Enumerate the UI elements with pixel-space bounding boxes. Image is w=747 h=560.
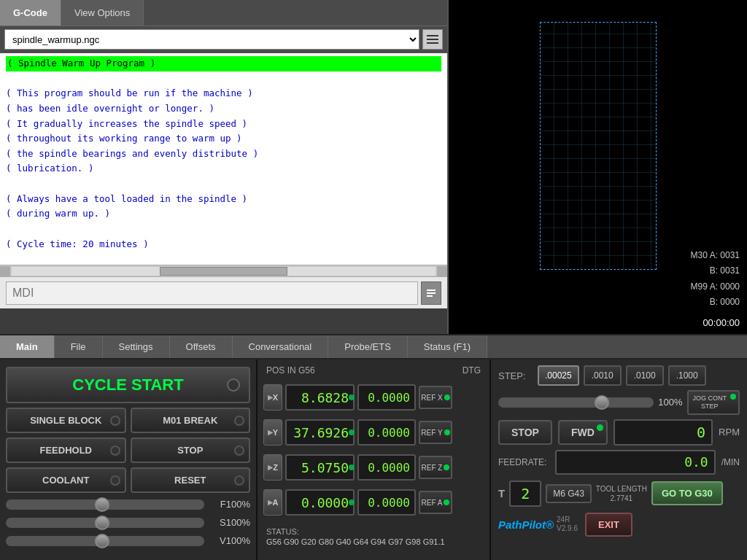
step-1000-button[interactable]: .1000 (668, 365, 706, 386)
toolpath-preview (540, 22, 657, 270)
file-selector[interactable]: spindle_warmup.ngc (4, 29, 419, 50)
preview-panel: M30 A: 0031 B: 0031 M99 A: 0000 B: 0000 … (449, 0, 747, 334)
menu-icon[interactable] (422, 29, 443, 50)
y-axis-row: ▶ Y 37.6926 0.0000 REF Y (263, 416, 484, 448)
preview-time: 00:00:00 (703, 317, 740, 328)
tab-probe-ets[interactable]: Probe/ETS (328, 335, 408, 358)
rpm-label: RPM (719, 427, 740, 438)
tab-offsets[interactable]: Offsets (170, 335, 233, 358)
tab-conversational[interactable]: Conversational (233, 335, 329, 358)
tab-gcode[interactable]: G-Code (0, 0, 61, 26)
goto-g30-button[interactable]: GO TO G30 (651, 481, 723, 505)
mdi-bar (0, 276, 447, 308)
m99a-value: M99 A: 0000 (691, 279, 740, 295)
spindle-stop-button[interactable]: STOP (498, 420, 552, 445)
tool-length-area: TOOL LENGTH 2.7741 (596, 484, 647, 503)
tool-number-display: 2 (509, 481, 541, 507)
position-header: POS IN G56 DTG (263, 364, 484, 377)
logo-version: 24R V2.9.6 (557, 516, 578, 533)
step-0100-button[interactable]: .0100 (626, 365, 664, 386)
tool-row: T 2 M6 G43 TOOL LENGTH 2.7741 GO TO G30 (498, 481, 740, 507)
x-dtg-value: 0.0000 (357, 384, 416, 411)
m6g43-button[interactable]: M6 G43 (546, 484, 592, 503)
a-position-value: 0.0000 (285, 489, 355, 516)
feedrate-row: FEEDRATE: 0.0 /MIN (498, 450, 740, 475)
logo-area: PathPilot® 24R V2.9.6 EXIT (498, 513, 740, 537)
status-bar: STATUS: G56 G90 G20 G80 G40 G64 G94 G97 … (263, 523, 484, 548)
spindle-fwd-button[interactable]: FWD (558, 420, 608, 445)
step-00025-button[interactable]: .00025 (538, 365, 579, 386)
tab-status[interactable]: Status (F1) (408, 335, 487, 358)
feedrate-display: 0.0 (555, 450, 716, 475)
stop-button[interactable]: STOP (131, 438, 251, 463)
v-slider[interactable] (6, 536, 204, 546)
gcode-line (6, 222, 441, 237)
tab-main[interactable]: Main (0, 335, 55, 358)
gcode-editor[interactable]: ( Spindle Warm Up Program ) ( This progr… (0, 53, 447, 265)
a-axis-label: ▶ A (263, 489, 282, 516)
m01-break-button[interactable]: M01 BREAK (131, 408, 251, 433)
logo-text: PathPilot® (498, 518, 554, 531)
feedhold-button[interactable]: FEEDHOLD (6, 438, 126, 463)
feedrate-label: FEEDRATE: (498, 457, 549, 467)
jog-slider[interactable] (498, 397, 654, 408)
step-0010-button[interactable]: .0010 (584, 365, 622, 386)
exit-button[interactable]: EXIT (585, 513, 632, 537)
preview-canvas: M30 A: 0031 B: 0031 M99 A: 0000 B: 0000 … (449, 0, 747, 334)
gcode-line: ( during warm up. ) (6, 206, 441, 222)
tab-file[interactable]: File (55, 335, 103, 358)
m99b-value: B: 0000 (691, 295, 740, 311)
tool-length-value: 2.7741 (611, 494, 633, 503)
single-block-button[interactable]: SINGLE BLOCK (6, 408, 126, 433)
position-panel: POS IN G56 DTG ▶ X 8.6828 0.0000 REF X (258, 359, 491, 560)
x-pos-dot (349, 394, 355, 400)
mdi-icon-btn[interactable] (421, 281, 441, 305)
a-ref-button[interactable]: REF A (419, 491, 452, 514)
tool-length-label: TOOL LENGTH (596, 484, 647, 494)
gcode-line: ( Cycle time: 20 minutes ) (6, 237, 441, 252)
gcode-line (6, 252, 441, 265)
coolant-reset-row: COOLANT RESET (6, 467, 250, 493)
a-pos-dot (349, 499, 355, 505)
y-ref-button[interactable]: REF Y (419, 421, 452, 444)
y-ref-dot (444, 429, 450, 435)
gcode-line (6, 176, 441, 192)
gcode-line: ( the spindle bearings and evenly distri… (6, 147, 441, 162)
m30a-value: M30 A: 0031 (691, 248, 740, 264)
a-ref-dot (444, 499, 449, 505)
step-label: STEP: (498, 370, 533, 381)
tab-view-options[interactable]: View Options (61, 0, 144, 26)
reset-button[interactable]: RESET (131, 467, 251, 493)
gcode-line: ( This program should be run if the mach… (6, 86, 441, 101)
coolant-button[interactable]: COOLANT (6, 467, 126, 493)
gcode-line: ( It gradually increases the spindle spe… (6, 117, 441, 132)
gcode-line: ( Always have a tool loaded in the spind… (6, 192, 441, 207)
z-position-value: 5.0750 (285, 454, 355, 481)
jog-percent-label: 100% (658, 397, 682, 408)
f-slider-label: F100% (210, 499, 250, 510)
tab-settings[interactable]: Settings (103, 335, 170, 358)
jog-cont-step-button[interactable]: JOG CONT STEP (687, 390, 740, 415)
status-gcode: G56 G90 G20 G80 G40 G64 G94 G97 G98 G91.… (266, 537, 481, 546)
x-axis-label: ▶ X (263, 384, 282, 411)
preview-info: M30 A: 0031 B: 0031 M99 A: 0000 B: 0000 (691, 248, 740, 311)
editor-tabs: G-Code View Options (0, 0, 447, 26)
a-dtg-value: 0.0000 (357, 489, 416, 516)
x-ref-button[interactable]: REF X (419, 386, 452, 409)
s-slider[interactable] (6, 518, 204, 528)
horizontal-scrollbar[interactable] (0, 265, 447, 276)
step-row: STEP: .00025 .0010 .0100 .1000 (498, 365, 740, 386)
mdi-input[interactable] (6, 281, 418, 305)
y-pos-dot (349, 429, 355, 435)
pos-in-g56-label: POS IN G56 (266, 365, 315, 376)
cycle-start-button[interactable]: CYCLE START (6, 367, 250, 403)
y-position-value: 37.6926 (285, 419, 355, 446)
y-dtg-value: 0.0000 (357, 419, 416, 446)
z-axis-row: ▶ Z 5.0750 0.0000 REF Z (263, 451, 484, 483)
z-ref-button[interactable]: REF Z (419, 456, 452, 479)
s-slider-row: S100% (6, 516, 250, 529)
x-axis-row: ▶ X 8.6828 0.0000 REF X (263, 381, 484, 413)
s-slider-label: S100% (210, 517, 250, 528)
f-slider[interactable] (6, 499, 204, 510)
jog-slider-row: 100% JOG CONT STEP (498, 390, 740, 415)
